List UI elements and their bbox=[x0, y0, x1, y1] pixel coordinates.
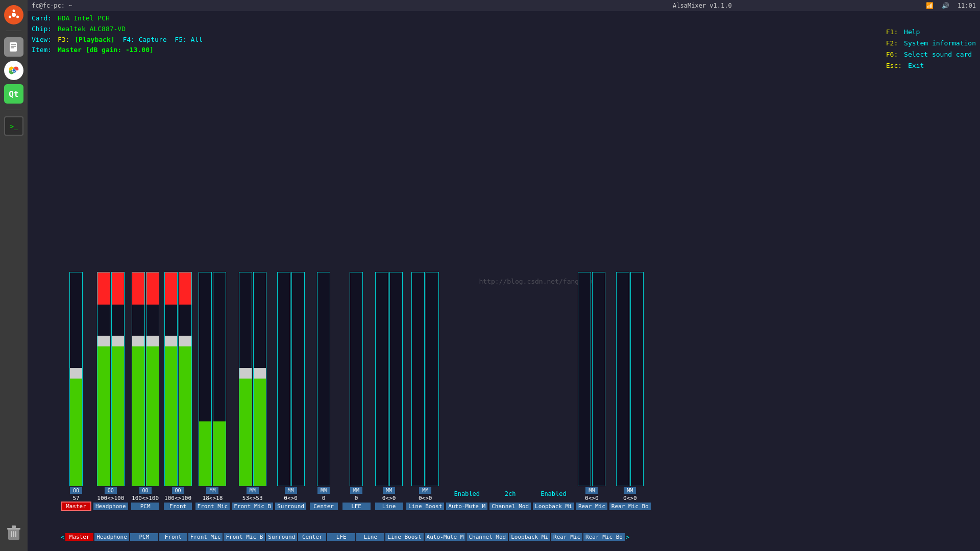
channel-name-rear-mic-bo[interactable]: Rear Mic Bo bbox=[609, 503, 651, 510]
fader-fill-green-headphone-1 bbox=[112, 346, 124, 486]
selector-center[interactable]: Center bbox=[298, 533, 326, 541]
view-f5: F5: All bbox=[175, 36, 203, 43]
channel-name-pcm[interactable]: PCM bbox=[131, 503, 159, 510]
item-label: Item: bbox=[32, 46, 52, 54]
fader-track-master-0[interactable] bbox=[69, 272, 83, 486]
selector-lfe[interactable]: LFE bbox=[327, 533, 355, 541]
channel-name-rear-mic[interactable]: Rear Mic bbox=[576, 503, 607, 510]
channel-center[interactable]: MM0Center bbox=[308, 272, 339, 510]
svg-point-1 bbox=[12, 13, 16, 17]
channel-label-front-mic: MM bbox=[206, 487, 218, 494]
channel-value-master: 57 bbox=[72, 495, 79, 502]
selector-line[interactable]: Line bbox=[356, 533, 384, 541]
selector-left-arrow: < bbox=[61, 534, 64, 541]
channel-front-mic-b[interactable]: MM53<>53Front Mic B bbox=[232, 272, 273, 510]
sidebar-icon-ubuntu[interactable] bbox=[4, 5, 23, 24]
fader-fill-green-front-mic-0 bbox=[199, 421, 211, 486]
fader-track-lfe-0[interactable] bbox=[350, 272, 363, 486]
fader-track-headphone-0[interactable] bbox=[97, 272, 110, 486]
selector-rear-mic[interactable]: Rear Mic bbox=[551, 533, 582, 541]
channel-name-loopback[interactable]: Loopback Mi bbox=[533, 503, 574, 510]
sidebar-icon-chrome[interactable] bbox=[4, 61, 23, 80]
channel-rear-mic-bo[interactable]: MM0<>0Rear Mic Bo bbox=[609, 272, 651, 510]
channel-name-lfe[interactable]: LFE bbox=[342, 503, 371, 510]
channel-front-mic[interactable]: MM18<>18Front Mic bbox=[195, 272, 230, 510]
sidebar-icon-terminal[interactable]: >_ bbox=[4, 116, 23, 136]
fader-track-rear-mic-bo-0[interactable] bbox=[616, 272, 629, 486]
channel-name-surround[interactable]: Surround bbox=[275, 503, 306, 510]
channel-status-auto-mute: Enabled bbox=[454, 490, 480, 497]
channel-value-line-boost: 0<>0 bbox=[419, 495, 432, 502]
fader-track-front-mic-0[interactable] bbox=[199, 272, 212, 486]
selector-bar: <MasterHeadphonePCMFrontFront MicFront M… bbox=[61, 533, 975, 541]
sidebar-icon-files[interactable] bbox=[4, 37, 23, 57]
fader-track-line-boost-1[interactable] bbox=[426, 272, 439, 486]
channel-rear-mic[interactable]: MM0<>0Rear Mic bbox=[576, 272, 607, 510]
channel-name-master[interactable]: Master bbox=[62, 503, 90, 510]
titlebar-right: 📶 🔊 11:01 bbox=[926, 2, 976, 9]
channel-label-rear-mic-bo: MM bbox=[624, 487, 636, 494]
selector-rear-mic-bo[interactable]: Rear Mic Bo bbox=[583, 533, 625, 541]
channel-auto-mute[interactable]: EnabledAuto-Mute M bbox=[446, 490, 487, 510]
channel-name-line[interactable]: Line bbox=[375, 503, 403, 510]
channel-name-front-mic-b[interactable]: Front Mic B bbox=[232, 503, 273, 510]
fader-track-surround-1[interactable] bbox=[291, 272, 305, 486]
fader-track-surround-0[interactable] bbox=[277, 272, 290, 486]
fader-track-line-1[interactable] bbox=[389, 272, 403, 486]
channel-name-channel-mode[interactable]: Channel Mod bbox=[489, 503, 531, 510]
channel-name-center[interactable]: Center bbox=[310, 503, 338, 510]
selector-loopback[interactable]: Loopback Mi bbox=[509, 533, 550, 541]
channel-line-boost[interactable]: MM0<>0Line Boost bbox=[406, 272, 444, 510]
titlebar: fc@fc-pc: ~ AlsaMixer v1.1.0 📶 🔊 11:01 bbox=[28, 0, 980, 11]
channel-surround[interactable]: MM0<>0Surround bbox=[275, 272, 306, 510]
fader-track-rear-mic-1[interactable] bbox=[592, 272, 605, 486]
selector-surround[interactable]: Surround bbox=[266, 533, 297, 541]
fader-track-front-0[interactable] bbox=[164, 272, 178, 486]
sidebar-icon-trash[interactable] bbox=[4, 523, 23, 543]
fader-track-line-boost-0[interactable] bbox=[411, 272, 425, 486]
selector-front[interactable]: Front bbox=[159, 533, 187, 541]
fader-track-rear-mic-0[interactable] bbox=[578, 272, 591, 486]
fader-track-line-0[interactable] bbox=[375, 272, 388, 486]
channel-name-front[interactable]: Front bbox=[164, 503, 192, 510]
fader-track-front-mic-1[interactable] bbox=[213, 272, 226, 486]
channel-pcm[interactable]: OO100<>100PCM bbox=[130, 272, 161, 510]
view-f4: F4: Capture bbox=[122, 36, 166, 43]
channel-front[interactable]: OO100<>100Front bbox=[163, 272, 193, 510]
fader-track-rear-mic-bo-1[interactable] bbox=[630, 272, 644, 486]
selector-headphone[interactable]: Headphone bbox=[94, 533, 129, 541]
channel-value-front-mic-b: 53<>53 bbox=[242, 495, 263, 502]
channel-channel-mode[interactable]: 2chChannel Mod bbox=[489, 490, 531, 510]
fader-track-center-0[interactable] bbox=[317, 272, 330, 486]
channel-master[interactable]: OO57Master bbox=[61, 272, 91, 510]
svg-rect-15 bbox=[11, 531, 12, 537]
channel-label-surround: MM bbox=[285, 487, 297, 494]
infobar: Card: HDA Intel PCH Chip: Realtek ALC887… bbox=[28, 11, 980, 58]
fader-track-front-mic-b-0[interactable] bbox=[239, 272, 252, 486]
fader-track-front-mic-b-1[interactable] bbox=[253, 272, 266, 486]
sidebar: Qt >_ bbox=[0, 0, 28, 551]
fader-fill-green-front-1 bbox=[179, 346, 191, 486]
selector-master[interactable]: Master bbox=[65, 533, 93, 541]
channel-headphone[interactable]: OO100<>100Headphone bbox=[93, 272, 128, 510]
fader-fill-white-master-0 bbox=[70, 368, 82, 379]
channel-name-front-mic[interactable]: Front Mic bbox=[195, 503, 230, 510]
fader-track-pcm-0[interactable] bbox=[132, 272, 145, 486]
selector-pcm[interactable]: PCM bbox=[130, 533, 158, 541]
sidebar-icon-qt[interactable]: Qt bbox=[4, 84, 23, 104]
channel-line[interactable]: MM0<>0Line bbox=[374, 272, 404, 510]
selector-front-mic-b[interactable]: Front Mic B bbox=[224, 533, 265, 541]
selector-channel-mode[interactable]: Channel Mod bbox=[467, 533, 508, 541]
selector-line-boost[interactable]: Line Boost bbox=[385, 533, 423, 541]
selector-auto-mute[interactable]: Auto-Mute M bbox=[425, 533, 466, 541]
channel-lfe[interactable]: MM0LFE bbox=[341, 272, 372, 510]
channel-name-headphone[interactable]: Headphone bbox=[93, 503, 128, 510]
channel-name-line-boost[interactable]: Line Boost bbox=[406, 503, 444, 510]
channel-loopback[interactable]: EnabledLoopback Mi bbox=[533, 490, 574, 510]
fader-track-front-1[interactable] bbox=[179, 272, 192, 486]
fader-fill-white-front-0 bbox=[165, 336, 177, 346]
fader-track-headphone-1[interactable] bbox=[111, 272, 125, 486]
channel-name-auto-mute[interactable]: Auto-Mute M bbox=[446, 503, 487, 510]
fader-track-pcm-1[interactable] bbox=[146, 272, 159, 486]
selector-front-mic[interactable]: Front Mic bbox=[188, 533, 223, 541]
